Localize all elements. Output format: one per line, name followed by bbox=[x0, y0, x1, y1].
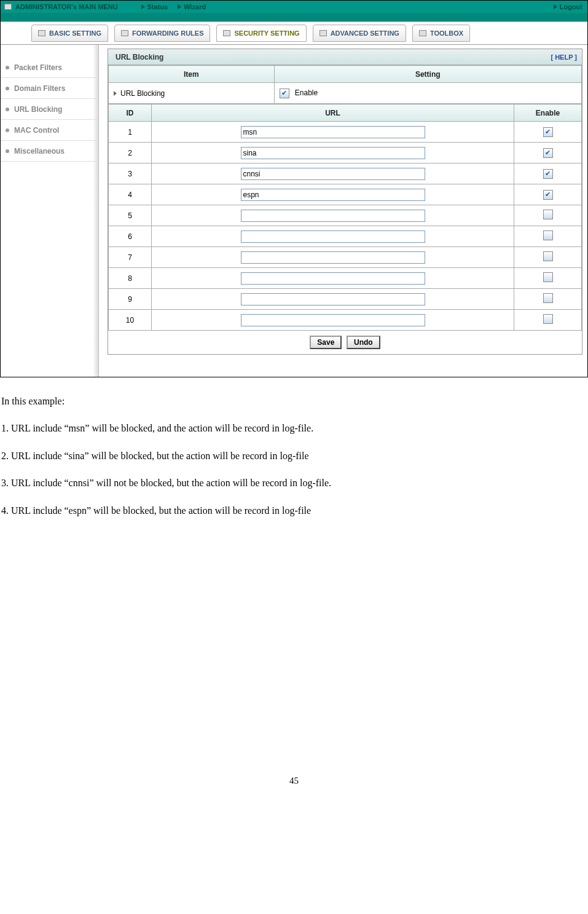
enable-cell bbox=[514, 122, 582, 143]
topbar: ADMINISTRATOR's MAIN MENU Status Wizard … bbox=[1, 1, 587, 13]
row-enable-checkbox[interactable] bbox=[543, 127, 553, 137]
tab-label: FORWARDING RULES bbox=[132, 30, 204, 37]
enable-cell bbox=[514, 289, 582, 310]
id-cell: 1 bbox=[109, 122, 152, 143]
enable-cell bbox=[514, 268, 582, 289]
enable-cell bbox=[514, 205, 582, 226]
url-input[interactable] bbox=[241, 293, 425, 305]
undo-button[interactable]: Undo bbox=[347, 336, 380, 349]
url-input[interactable] bbox=[241, 251, 425, 264]
doc-line-4: 4. URL include “espn” will be blocked, b… bbox=[1, 504, 588, 518]
table-row: 4 bbox=[109, 184, 582, 205]
tab-label: BASIC SETTING bbox=[49, 30, 101, 37]
tab-basic-setting[interactable]: BASIC SETTING bbox=[31, 25, 108, 42]
enable-cell bbox=[514, 247, 582, 268]
folder-icon bbox=[4, 4, 12, 10]
admin-window: ADMINISTRATOR's MAIN MENU Status Wizard … bbox=[0, 0, 588, 377]
url-input[interactable] bbox=[241, 126, 425, 138]
admin-menu-label: ADMINISTRATOR's MAIN MENU bbox=[15, 3, 118, 10]
row-enable-checkbox[interactable] bbox=[543, 230, 553, 240]
doc-line-1: 1. URL include “msn” will be blocked, an… bbox=[1, 422, 588, 435]
url-cell bbox=[152, 247, 514, 268]
sidebar-item-label: MAC Control bbox=[14, 126, 59, 135]
id-cell: 9 bbox=[109, 289, 152, 310]
folder-icon bbox=[121, 30, 128, 36]
save-button[interactable]: Save bbox=[310, 336, 342, 349]
enable-cell bbox=[514, 143, 582, 163]
url-cell bbox=[152, 122, 514, 143]
help-link[interactable]: [ HELP ] bbox=[551, 53, 582, 61]
logout-link[interactable]: Logout bbox=[549, 3, 587, 10]
enable-cell bbox=[514, 226, 582, 247]
tab-advanced-setting[interactable]: ADVANCED SETTING bbox=[313, 25, 406, 42]
bullet-icon bbox=[6, 87, 9, 90]
id-cell: 7 bbox=[109, 247, 152, 268]
tab-security-setting[interactable]: SECURITY SETTING bbox=[216, 25, 306, 42]
url-blocking-setting-cell: Enable bbox=[274, 83, 582, 104]
url-blocking-panel: URL Blocking [ HELP ] Item Setting URL B… bbox=[108, 49, 582, 355]
url-blocking-item-label: URL Blocking bbox=[120, 89, 165, 98]
status-label: Status bbox=[147, 3, 168, 10]
url-input[interactable] bbox=[241, 210, 425, 222]
sidebar-item-miscellaneous[interactable]: Miscellaneous bbox=[1, 141, 98, 162]
doc-line-3: 3. URL include “cnnsi” will not be block… bbox=[1, 476, 588, 490]
arrow-right-icon bbox=[141, 4, 145, 9]
row-enable-checkbox[interactable] bbox=[543, 148, 553, 158]
url-cell bbox=[152, 310, 514, 331]
row-enable-checkbox[interactable] bbox=[543, 169, 553, 179]
url-cell bbox=[152, 205, 514, 226]
url-cell bbox=[152, 143, 514, 163]
bullet-icon bbox=[6, 149, 9, 153]
tab-row: BASIC SETTING FORWARDING RULES SECURITY … bbox=[1, 22, 587, 45]
setting-header: Setting bbox=[274, 66, 582, 83]
sidebar-item-mac-control[interactable]: MAC Control bbox=[1, 120, 98, 141]
table-row: 10 bbox=[109, 310, 582, 331]
row-enable-checkbox[interactable] bbox=[543, 314, 553, 324]
id-cell: 2 bbox=[109, 143, 152, 163]
sidebar-item-label: Packet Filters bbox=[14, 63, 62, 72]
sidebar-item-domain-filters[interactable]: Domain Filters bbox=[1, 78, 98, 99]
row-enable-checkbox[interactable] bbox=[543, 210, 553, 219]
tab-label: SECURITY SETTING bbox=[234, 30, 299, 37]
table-row: 7 bbox=[109, 247, 582, 268]
url-input[interactable] bbox=[241, 189, 425, 201]
item-header: Item bbox=[109, 66, 275, 83]
url-input[interactable] bbox=[241, 230, 425, 243]
table-row: 9 bbox=[109, 289, 582, 310]
tab-forwarding-rules[interactable]: FORWARDING RULES bbox=[114, 25, 211, 42]
tab-label: ADVANCED SETTING bbox=[331, 30, 399, 37]
sidebar-item-packet-filters[interactable]: Packet Filters bbox=[1, 57, 98, 78]
url-input[interactable] bbox=[241, 147, 425, 159]
wizard-link[interactable]: Wizard bbox=[173, 3, 211, 10]
id-cell: 10 bbox=[109, 310, 152, 331]
sidebar-item-url-blocking[interactable]: URL Blocking bbox=[1, 99, 98, 120]
enable-cell bbox=[514, 184, 582, 205]
teal-band bbox=[1, 13, 587, 22]
row-enable-checkbox[interactable] bbox=[543, 190, 553, 200]
status-link[interactable]: Status bbox=[136, 3, 173, 10]
url-blocking-item-cell: URL Blocking bbox=[109, 83, 275, 104]
row-enable-checkbox[interactable] bbox=[543, 293, 553, 303]
url-input[interactable] bbox=[241, 272, 425, 285]
tab-toolbox[interactable]: TOOLBOX bbox=[412, 25, 470, 42]
doc-text: In this example: 1. URL include “msn” wi… bbox=[0, 377, 588, 518]
content: URL Blocking [ HELP ] Item Setting URL B… bbox=[99, 45, 587, 377]
enable-checkbox[interactable] bbox=[280, 89, 289, 98]
url-input[interactable] bbox=[241, 168, 425, 180]
table-row: 6 bbox=[109, 226, 582, 247]
table-row: 8 bbox=[109, 268, 582, 289]
url-input[interactable] bbox=[241, 314, 425, 326]
url-list-table: ID URL Enable 12345678910 bbox=[108, 104, 582, 331]
logout-label: Logout bbox=[560, 3, 582, 10]
url-cell bbox=[152, 289, 514, 310]
row-enable-checkbox[interactable] bbox=[543, 272, 553, 282]
bullet-icon bbox=[6, 128, 9, 132]
enable-cell bbox=[514, 163, 582, 184]
row-enable-checkbox[interactable] bbox=[543, 251, 553, 261]
folder-icon bbox=[223, 30, 230, 36]
sidebar-item-label: Miscellaneous bbox=[14, 147, 65, 156]
bullet-icon bbox=[6, 108, 9, 111]
admin-menu-link[interactable]: ADMINISTRATOR's MAIN MENU bbox=[1, 3, 118, 10]
url-cell bbox=[152, 268, 514, 289]
arrow-right-icon bbox=[114, 91, 117, 96]
